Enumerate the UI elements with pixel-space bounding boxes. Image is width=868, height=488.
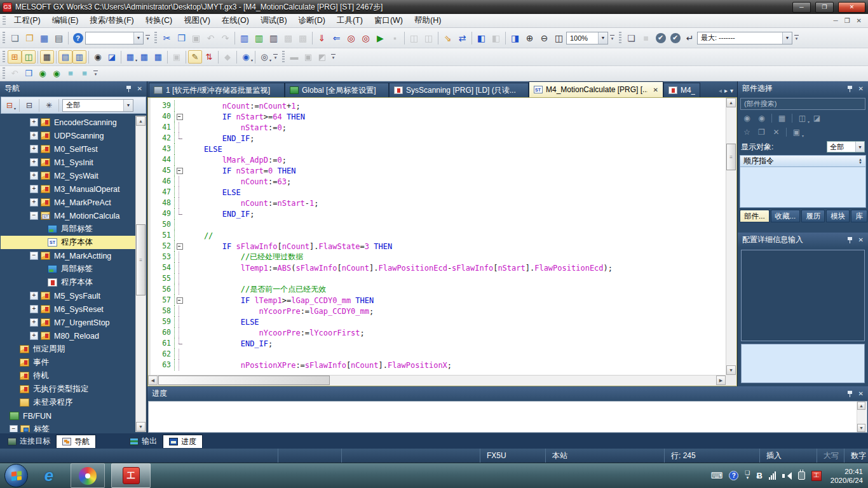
menu-item[interactable]: 视图(V): [178, 15, 216, 26]
expand-icon[interactable]: +: [30, 198, 38, 207]
st-editor[interactable]: 39 nCount:=nCount+1;40 IF nStart>=64 THE…: [147, 97, 737, 386]
write-to-plc-icon[interactable]: ⇓: [315, 30, 329, 45]
close-icon[interactable]: ✕: [137, 85, 142, 92]
max-display-combo[interactable]: 最大: -------▼: [697, 32, 792, 44]
delete-line-icon[interactable]: ≡: [78, 67, 92, 80]
edit-mode-icon[interactable]: ✎: [188, 50, 202, 64]
tree-scrollbar[interactable]: ▲ ≡ ▼: [135, 116, 146, 432]
convert-check-icon[interactable]: ✔: [653, 30, 668, 45]
device-init-icon[interactable]: ▥: [266, 30, 281, 45]
save-icon[interactable]: ▦: [37, 30, 51, 45]
expand-icon[interactable]: +: [30, 292, 38, 300]
device-comment-icon[interactable]: ▥: [237, 30, 252, 45]
config-detail-input[interactable]: [741, 344, 865, 383]
expand-icon[interactable]: +: [30, 318, 38, 327]
pin-icon[interactable]: [846, 85, 853, 93]
zoom-combo[interactable]: 100%▼: [566, 32, 608, 44]
tree-item-待机[interactable]: 待机: [1, 369, 135, 383]
chevron-down-icon[interactable]: ▼: [855, 142, 864, 152]
tab-list-icon[interactable]: ▾: [730, 87, 733, 94]
dev-display1-icon[interactable]: ▦▾: [123, 50, 137, 64]
toolbar-overflow-icon[interactable]: ▾: [329, 51, 337, 64]
convert-all-check-icon[interactable]: ✔: [668, 30, 682, 45]
navigation-window-icon[interactable]: ⊞: [8, 50, 22, 64]
tree-item-M80_Reload[interactable]: +M80_Reload: [1, 329, 135, 342]
tree-item-FB/FUN[interactable]: FB/FUN: [1, 409, 135, 423]
tree-item-M3_ManualOperat[interactable]: +M3_ManualOperat: [1, 182, 135, 196]
find-window-icon[interactable]: ◪: [105, 50, 119, 64]
toolbar-grip[interactable]: [3, 51, 5, 64]
keyboard-icon[interactable]: ⌨: [711, 471, 723, 480]
doc-tab-M4_MotionCalculate-[[interactable]: M4_MotionCalculate [PRG] [...✕: [529, 81, 663, 97]
tree-item-M2_SysWait[interactable]: +M2_SysWait: [1, 169, 135, 182]
tree-filter-icon[interactable]: ⊟▾: [3, 99, 16, 112]
display-target-combo[interactable]: 全部 ▼: [827, 141, 865, 152]
restore-button[interactable]: ❐: [815, 2, 834, 13]
pin-icon[interactable]: [125, 85, 132, 93]
tree-collapse-icon[interactable]: ⊟: [23, 99, 36, 112]
start-button[interactable]: [4, 464, 28, 487]
scroll-thumb[interactable]: [158, 376, 330, 385]
expand-icon[interactable]: +: [30, 145, 38, 153]
scroll-left-icon[interactable]: ◀: [148, 376, 158, 385]
partsel-tab-收藏...[interactable]: 收藏...: [771, 210, 801, 222]
doc-tab-Global-[全局标签设置][interactable]: Global [全局标签设置]: [285, 83, 389, 97]
collapse-icon[interactable]: −: [10, 425, 18, 432]
child-window-control[interactable]: ❐: [844, 17, 850, 24]
zoom-in-icon[interactable]: ⊕: [522, 30, 537, 45]
copy-icon[interactable]: ❒: [174, 30, 189, 45]
toolbar-grip[interactable]: [154, 32, 157, 44]
dev-display2-icon[interactable]: ▦: [137, 50, 151, 64]
tree-item-M5_SysFault[interactable]: +M5_SysFault: [1, 289, 135, 302]
menu-item[interactable]: 编辑(E): [46, 15, 85, 26]
tree-item-未登录程序[interactable]: 未登录程序: [1, 396, 135, 409]
ladder-block-icon[interactable]: ❏: [624, 30, 639, 45]
menu-item[interactable]: 工程(P): [8, 15, 46, 26]
tree-item-局部标签[interactable]: 局部标签: [1, 222, 135, 236]
print-icon[interactable]: ▤: [51, 30, 66, 45]
child-window-controls[interactable]: ─❐✕: [834, 17, 868, 24]
partsel-tab-库[interactable]: 库: [851, 210, 867, 222]
taskbar-browser-icon[interactable]: [71, 463, 105, 488]
scroll-thumb[interactable]: ≡: [726, 144, 736, 170]
network-signal-icon[interactable]: [769, 471, 776, 480]
watch-register-icon[interactable]: ◨: [508, 30, 522, 45]
tree-item-M0_SelfTest[interactable]: +M0_SelfTest: [1, 142, 135, 156]
collapse-icon[interactable]: −: [30, 212, 38, 220]
gx-tray-icon[interactable]: 工: [811, 471, 822, 481]
verify-icon[interactable]: ◎: [344, 30, 358, 45]
volume-icon[interactable]: [782, 472, 792, 480]
tree-item-恒定周期[interactable]: 恒定周期: [1, 342, 135, 356]
expand-icon[interactable]: +: [30, 305, 38, 313]
find-prev-green-icon[interactable]: ◉: [50, 67, 64, 80]
scroll-down-icon[interactable]: ▼: [726, 365, 736, 375]
dock-tab-进度[interactable]: 进度: [163, 435, 203, 448]
tree-item-M7_UrgentStop[interactable]: +M7_UrgentStop: [1, 316, 135, 329]
taskbar-gxworks3-icon[interactable]: 工: [111, 463, 151, 488]
menu-item[interactable]: 诊断(D): [293, 15, 331, 26]
fold-collapse-icon[interactable]: [175, 165, 186, 176]
doc-tab-1-[软元件/缓冲存储器批量监视][interactable]: 1 [软元件/缓冲存储器批量监视]: [149, 83, 285, 97]
close-icon[interactable]: ✕: [858, 390, 864, 397]
expand-icon[interactable]: +: [30, 158, 38, 166]
menu-item[interactable]: 窗口(W): [369, 15, 409, 26]
code-area[interactable]: 39 nCount:=nCount+1;40 IF nStart>=64 THE…: [148, 98, 726, 375]
tree-item-事件[interactable]: 事件: [1, 356, 135, 369]
chevron-down-icon[interactable]: ▼: [123, 100, 133, 111]
pin-icon[interactable]: [846, 390, 853, 398]
scroll-thumb[interactable]: ≡: [136, 224, 146, 295]
tree-item-程序本体[interactable]: 程序本体: [1, 236, 135, 249]
doc-tab-M4_Ma[interactable]: M4_Ma: [663, 83, 700, 97]
pane-split-icon[interactable]: ◫: [552, 30, 566, 45]
partsel-tab-履历[interactable]: 履历: [801, 210, 825, 222]
bluetooth-icon[interactable]: Ƀ: [756, 471, 762, 480]
find-icon[interactable]: ◉: [91, 50, 105, 64]
device-monitor-window-icon[interactable]: ◫: [22, 50, 36, 64]
close-icon[interactable]: ✕: [858, 85, 864, 92]
show-hidden-icons[interactable]: ❏▼: [745, 471, 750, 480]
watch1-icon[interactable]: ◧: [474, 30, 489, 45]
toolbar-overflow-icon[interactable]: ▾: [92, 67, 100, 80]
help-icon[interactable]: ?: [71, 30, 85, 45]
expand-icon[interactable]: +: [30, 172, 38, 180]
tree-item-标签[interactable]: −标签: [1, 423, 135, 432]
